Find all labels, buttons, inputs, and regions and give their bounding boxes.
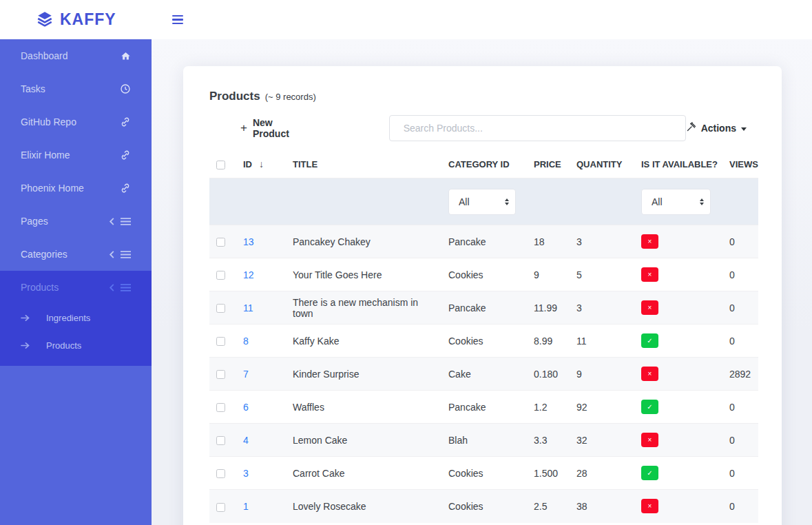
row-views: 0 (721, 225, 758, 258)
row-checkbox[interactable] (216, 337, 225, 346)
table-row: 12Your Title Goes HereCookies95×0 (209, 258, 758, 291)
sidebar-item-elixir-home[interactable]: Elixir Home (0, 138, 152, 172)
sidebar-item-tasks[interactable]: Tasks (0, 72, 152, 105)
row-category: Cake (440, 358, 525, 391)
row-quantity: 38 (568, 490, 633, 523)
row-checkbox[interactable] (216, 304, 225, 313)
row-checkbox[interactable] (216, 503, 225, 512)
row-checkbox[interactable] (216, 238, 225, 247)
row-id-link[interactable]: 7 (243, 369, 249, 380)
sidebar-item-label: Pages (21, 216, 48, 227)
table-header-row: ID↓ TITLE CATEGORY ID PRICE QUANTITY IS … (209, 151, 758, 178)
sidebar-item-label: GitHub Repo (21, 116, 76, 127)
hamburger-menu-icon[interactable] (169, 12, 186, 28)
unavailable-badge: × (641, 234, 658, 249)
search-input[interactable] (389, 115, 686, 141)
sidebar-item-github-repo[interactable]: GitHub Repo (0, 105, 152, 138)
link-icon (120, 150, 131, 161)
category-filter-select[interactable]: All (448, 189, 516, 215)
select-all-checkbox[interactable] (216, 161, 225, 169)
column-header-price[interactable]: PRICE (525, 151, 568, 178)
row-price: 2.5 (525, 490, 568, 523)
row-id-link[interactable]: 4 (243, 435, 249, 446)
row-checkbox[interactable] (216, 271, 225, 280)
sidebar-item-phoenix-home[interactable]: Phoenix Home (0, 172, 152, 205)
chevron-left-icon (109, 218, 115, 225)
row-title: There is a new mechanism in town (284, 291, 440, 325)
row-id-link[interactable]: 1 (243, 501, 249, 512)
available-badge: ✓ (641, 400, 658, 414)
table-row: 6WafflesPancake1.292✓0 (209, 391, 758, 424)
brand-logo[interactable]: KAFFY (0, 10, 152, 30)
sidebar-item-products[interactable]: Products (0, 271, 152, 304)
unavailable-badge: × (641, 367, 658, 381)
row-id-link[interactable]: 13 (243, 236, 254, 247)
column-header-quantity[interactable]: QUANTITY (568, 151, 633, 178)
row-title: Carrot Cake (284, 457, 440, 490)
row-category: Pancake (440, 225, 525, 258)
row-price: 0.180 (525, 358, 568, 391)
row-category: Cookies (440, 325, 525, 358)
sidebar-item-categories[interactable]: Categories (0, 238, 152, 271)
row-price: 11.99 (525, 291, 568, 325)
sidebar-item-dashboard[interactable]: Dashboard (0, 39, 152, 72)
row-price: 8.99 (525, 325, 568, 358)
chevron-left-icon (109, 251, 115, 258)
row-checkbox[interactable] (216, 403, 225, 412)
available-filter-select[interactable]: All (641, 189, 711, 215)
select-all-cell (209, 151, 235, 178)
row-id-link[interactable]: 8 (243, 336, 249, 347)
row-category: Pancake (440, 391, 525, 424)
row-price: 3.3 (525, 424, 568, 457)
row-price: 18 (525, 225, 568, 258)
page-title-text: Products (209, 90, 260, 103)
table-row: 8Kaffy KakeCookies8.9911✓0 (209, 325, 758, 358)
layers-icon (36, 10, 54, 30)
sidebar-subitem-ingredients[interactable]: Ingredients (0, 304, 152, 331)
row-title: Waffles (284, 391, 440, 424)
row-price: 9 (525, 258, 568, 291)
plus-icon: + (240, 121, 247, 135)
products-card: Products (~ 9 records) + New Product (183, 66, 782, 525)
row-id-link[interactable]: 11 (243, 302, 253, 313)
sidebar-subitem-label: Ingredients (46, 313, 90, 323)
menu-icon (121, 251, 131, 258)
unavailable-badge: × (641, 433, 658, 447)
home-icon (121, 51, 131, 61)
row-checkbox[interactable] (216, 436, 225, 445)
row-id-link[interactable]: 12 (243, 269, 254, 280)
records-count: (~ 9 records) (265, 92, 316, 102)
available-badge: ✓ (641, 333, 658, 348)
row-category: Cookies (440, 457, 525, 490)
sidebar-item-label: Dashboard (21, 50, 68, 61)
sort-desc-icon[interactable]: ↓ (259, 158, 264, 169)
new-product-button[interactable]: + New Product (240, 117, 309, 139)
row-price: 1.2 (525, 391, 568, 424)
chevron-left-icon (109, 284, 115, 291)
unavailable-badge: × (641, 300, 658, 315)
row-id-link[interactable]: 6 (243, 402, 249, 413)
sidebar-subitem-products[interactable]: Products (0, 331, 152, 359)
actions-dropdown[interactable]: Actions (686, 122, 747, 134)
row-category: Blah (440, 424, 525, 457)
row-id-link[interactable]: 3 (243, 468, 249, 479)
menu-icon (121, 218, 131, 225)
column-header-id[interactable]: ID↓ (235, 151, 284, 178)
row-title: Lemon Cake (284, 424, 440, 457)
topbar: KAFFY (0, 0, 812, 39)
sidebar-item-pages[interactable]: Pages (0, 205, 152, 238)
column-header-category[interactable]: CATEGORY ID (440, 151, 525, 178)
row-checkbox[interactable] (216, 469, 225, 478)
link-icon (120, 183, 131, 194)
column-header-available[interactable]: IS IT AVAILABLE? (633, 151, 721, 178)
category-filter: All (448, 189, 516, 215)
row-quantity: 3 (568, 291, 633, 325)
table-row: 1Lovely RosecakeCookies2.538×0 (209, 490, 758, 523)
row-checkbox[interactable] (216, 370, 225, 379)
column-header-title[interactable]: TITLE (284, 151, 440, 178)
products-table: ID↓ TITLE CATEGORY ID PRICE QUANTITY IS … (209, 151, 758, 523)
unavailable-badge: × (641, 499, 658, 513)
app-window: KAFFY Dashboard Tasks GitHub Repo Elixir (0, 0, 812, 525)
column-header-views[interactable]: VIEWS (721, 151, 758, 178)
new-product-label: New Product (253, 117, 309, 139)
